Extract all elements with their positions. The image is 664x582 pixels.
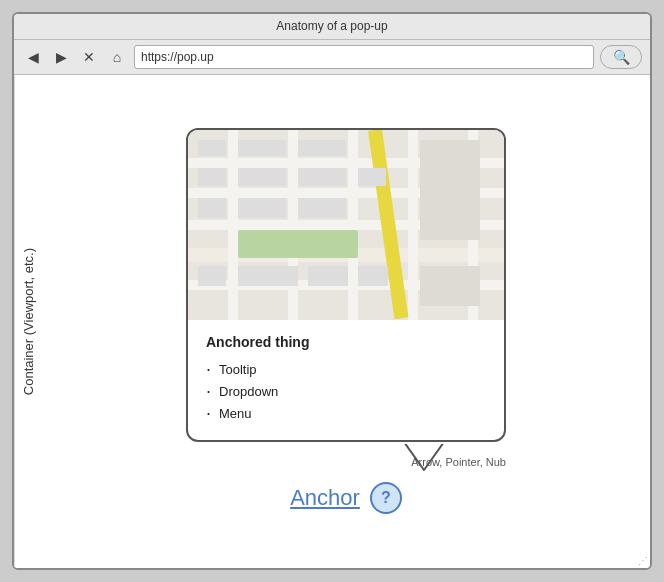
address-bar[interactable] <box>134 45 594 69</box>
popup-body: Anchored thing Tooltip Dropdown Menu <box>188 320 504 440</box>
back-button[interactable]: ◀ <box>22 46 44 68</box>
list-item: Tooltip <box>206 358 486 380</box>
anchor-link[interactable]: Anchor <box>290 485 360 511</box>
popup-container: Anchored thing Tooltip Dropdown Menu <box>186 128 506 442</box>
list-item: Menu <box>206 402 486 424</box>
list-item: Dropdown <box>206 380 486 402</box>
title-bar: Anatomy of a pop-up <box>14 14 650 40</box>
arrow-label: Arrow, Pointer, Nub <box>411 456 506 468</box>
close-button[interactable]: ✕ <box>78 46 100 68</box>
help-button[interactable]: ? <box>370 482 402 514</box>
resize-handle[interactable]: ⋰ <box>638 555 648 566</box>
search-button[interactable]: 🔍 <box>600 45 642 69</box>
forward-button[interactable]: ▶ <box>50 46 72 68</box>
container-label: Container (Viewport, etc.) <box>14 75 42 568</box>
search-icon: 🔍 <box>613 49 630 65</box>
popup-list: Tooltip Dropdown Menu <box>206 358 486 424</box>
browser-window: Anatomy of a pop-up ◀ ▶ ✕ ⌂ 🔍 Container … <box>12 12 652 570</box>
toolbar: ◀ ▶ ✕ ⌂ 🔍 <box>14 40 650 75</box>
help-icon: ? <box>381 489 391 507</box>
anchored-thing-title: Anchored thing <box>206 334 486 350</box>
home-button[interactable]: ⌂ <box>106 46 128 68</box>
anchor-row: Anchor ? <box>290 482 402 514</box>
main-area: Anchored thing Tooltip Dropdown Menu <box>42 75 650 568</box>
map-area <box>188 130 504 320</box>
popup-arrow-area: Arrow, Pointer, Nub <box>186 442 506 478</box>
page-title: Anatomy of a pop-up <box>276 19 387 33</box>
browser-content: Container (Viewport, etc.) <box>14 75 650 568</box>
